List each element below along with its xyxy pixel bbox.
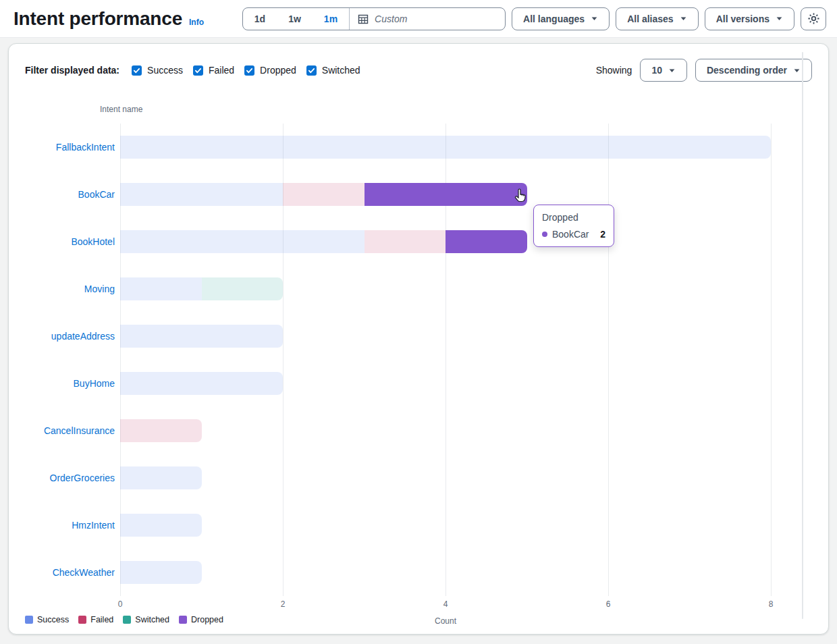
tooltip-item-label: BookCar [552, 229, 589, 240]
legend-swatch-success [25, 616, 33, 624]
bar-segment-bookcar-failed[interactable] [283, 183, 364, 206]
bar-row-hmzintent [120, 502, 771, 549]
bar-segment-checkweather-success[interactable] [120, 561, 202, 584]
intent-link-cancelinsurance[interactable]: CancelInsurance [9, 407, 115, 454]
legend-label-success: Success [37, 615, 69, 624]
time-range-option-1w[interactable]: 1w [277, 8, 313, 30]
bar-row-buyhome [120, 360, 771, 407]
time-range-control: 1d1w1m Custom [242, 7, 506, 30]
showing-count-dropdown[interactable]: 10 [640, 59, 687, 82]
bar-segment-buyhome-success[interactable] [120, 372, 283, 395]
showing-label: Showing [596, 65, 632, 76]
legend-swatch-switched [123, 616, 131, 624]
sort-order-value: Descending order [707, 65, 787, 76]
settings-button[interactable] [801, 7, 826, 30]
bar-segment-fallbackintent-success[interactable] [120, 136, 771, 159]
x-tick-label-8: 8 [769, 599, 774, 609]
x-tick-strip: 02468 [120, 596, 771, 611]
time-range-option-1m[interactable]: 1m [313, 8, 349, 30]
bar-row-fallbackintent [120, 124, 771, 171]
bar-segment-updateaddress-success[interactable] [120, 325, 283, 348]
custom-date-placeholder: Custom [375, 14, 407, 24]
sort-order-dropdown[interactable]: Descending order [695, 59, 812, 82]
info-link[interactable]: Info [189, 18, 204, 27]
intent-link-ordergroceries[interactable]: OrderGroceries [9, 454, 115, 502]
caret-down-icon [591, 15, 598, 22]
intent-link-checkweather[interactable]: CheckWeather [9, 549, 115, 596]
bar-segment-hmzintent-success[interactable] [120, 514, 202, 537]
tooltip-series-dot [542, 232, 547, 237]
legend-item-failed[interactable]: Failed [78, 615, 113, 624]
intent-link-bookhotel[interactable]: BookHotel [9, 218, 115, 265]
legend-label-dropped: Dropped [191, 615, 223, 624]
intent-link-buyhome[interactable]: BuyHome [9, 360, 115, 407]
header-controls: 1d1w1m Custom All languages All aliases [242, 7, 826, 30]
aliases-dropdown-label: All aliases [627, 14, 674, 24]
page-header: Intent performance Info 1d1w1m Custom Al… [0, 0, 837, 38]
bar-row-checkweather [120, 549, 771, 596]
chart-legend: SuccessFailedSwitchedDropped [25, 615, 223, 624]
intent-link-bookcar[interactable]: BookCar [9, 171, 115, 218]
intent-performance-panel: Filter displayed data: SuccessFailedDrop… [8, 43, 829, 635]
x-axis-title: Count [435, 616, 456, 626]
display-options: Showing 10 Descending order [596, 59, 812, 82]
languages-dropdown-label: All languages [523, 14, 585, 24]
bar-segment-cancelinsurance-failed[interactable] [120, 419, 202, 442]
legend-swatch-failed [78, 616, 86, 624]
legend-swatch-dropped [179, 616, 187, 624]
time-range-option-1d[interactable]: 1d [243, 8, 277, 30]
bar-segment-moving-success[interactable] [120, 277, 202, 300]
versions-dropdown[interactable]: All versions [705, 7, 794, 30]
calendar-icon [358, 14, 369, 24]
chart-tooltip: Dropped BookCar 2 [533, 205, 614, 247]
caret-down-icon [668, 67, 676, 74]
caret-down-icon [680, 15, 687, 22]
bar-segment-ordergroceries-success[interactable] [120, 466, 202, 489]
bar-row-moving [120, 265, 771, 313]
legend-item-dropped[interactable]: Dropped [179, 615, 223, 624]
showing-count-value: 10 [651, 65, 662, 76]
chart-footer: SuccessFailedSwitchedDropped Count [9, 614, 828, 628]
bar-segment-bookcar-success[interactable] [120, 183, 283, 206]
bar-row-updateaddress [120, 313, 771, 360]
checkbox-switched[interactable]: Switched [306, 65, 360, 76]
checkbox-label-dropped: Dropped [260, 65, 296, 76]
checkbox-box-dropped [244, 65, 254, 76]
page-title: Intent performance [14, 8, 182, 30]
legend-item-success[interactable]: Success [25, 615, 69, 624]
filter-displayed-data-label: Filter displayed data: [25, 65, 119, 76]
checkbox-box-success [132, 65, 142, 76]
plot-right-gutter [771, 124, 828, 596]
intent-link-fallbackintent[interactable]: FallbackIntent [9, 124, 115, 171]
x-tick-label-0: 0 [118, 599, 123, 609]
languages-dropdown[interactable]: All languages [512, 7, 610, 30]
intent-link-updateaddress[interactable]: updateAddress [9, 313, 115, 360]
bar-segment-moving-switched[interactable] [202, 277, 284, 300]
x-tick-label-6: 6 [606, 599, 611, 609]
intent-performance-chart: Intent name FallbackIntentBookCarBookHot… [9, 88, 828, 628]
aliases-dropdown[interactable]: All aliases [616, 7, 699, 30]
time-range-group: 1d1w1m [243, 8, 349, 30]
series-checkbox-group: SuccessFailedDroppedSwitched [132, 65, 360, 76]
x-axis: 02468 [9, 596, 828, 611]
checkbox-dropped[interactable]: Dropped [244, 65, 296, 76]
checkbox-box-switched [306, 65, 317, 76]
checkbox-failed[interactable]: Failed [193, 65, 234, 76]
bar-segment-bookhotel-dropped[interactable] [446, 230, 527, 253]
checkbox-success[interactable]: Success [132, 65, 183, 76]
intent-link-moving[interactable]: Moving [9, 265, 115, 313]
legend-label-failed: Failed [90, 615, 113, 624]
custom-date-range-input[interactable]: Custom [350, 14, 505, 24]
hand-cursor-icon [514, 188, 527, 203]
intent-link-hmzintent[interactable]: HmzIntent [9, 502, 115, 549]
checkbox-box-failed [193, 65, 203, 76]
legend-item-switched[interactable]: Switched [123, 615, 169, 624]
checkbox-label-failed: Failed [209, 65, 234, 76]
bar-segment-bookhotel-success[interactable] [120, 230, 364, 253]
plot-area: Dropped BookCar 2 [120, 124, 771, 596]
bar-segment-bookhotel-failed[interactable] [364, 230, 446, 253]
legend-label-switched: Switched [135, 615, 169, 624]
bar-segment-bookcar-dropped[interactable] [364, 183, 527, 206]
bar-row-bookcar [120, 171, 771, 218]
filter-row: Filter displayed data: SuccessFailedDrop… [9, 44, 828, 88]
